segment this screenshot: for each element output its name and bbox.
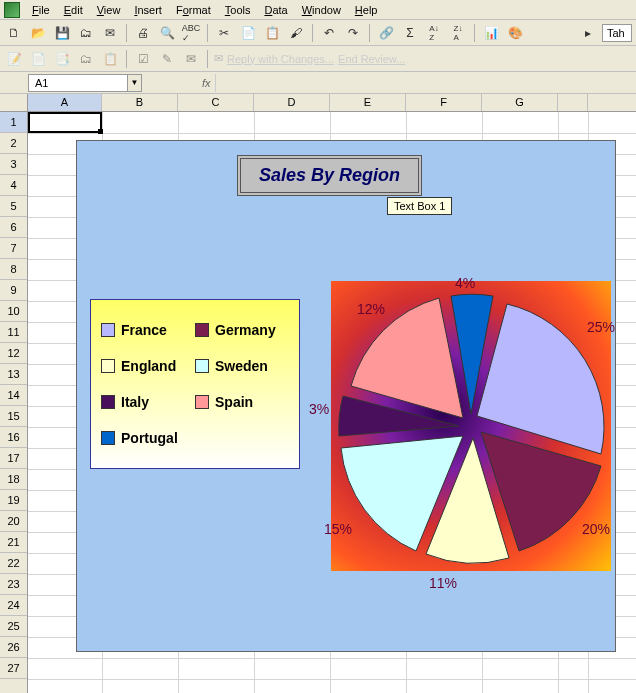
col-header-G[interactable]: G	[482, 94, 558, 111]
menu-edit[interactable]: Edit	[58, 2, 89, 18]
row-header-17[interactable]: 17	[0, 448, 27, 469]
menu-data[interactable]: Data	[258, 2, 293, 18]
col-header-A[interactable]: A	[28, 94, 102, 111]
pct-italy: 3%	[309, 401, 329, 417]
review-btn-6[interactable]: ☑	[133, 49, 153, 69]
row-header-20[interactable]: 20	[0, 511, 27, 532]
paste-icon[interactable]: 📋	[262, 23, 282, 43]
menu-format[interactable]: Format	[170, 2, 217, 18]
pct-germany: 20%	[582, 521, 610, 537]
row-header-10[interactable]: 10	[0, 301, 27, 322]
row-header-7[interactable]: 7	[0, 238, 27, 259]
col-header-C[interactable]: C	[178, 94, 254, 111]
row-header-3[interactable]: 3	[0, 154, 27, 175]
save-icon[interactable]: 💾	[52, 23, 72, 43]
open-icon[interactable]: 📂	[28, 23, 48, 43]
review-btn-8[interactable]: ✉	[181, 49, 201, 69]
pct-portugal: 4%	[455, 275, 475, 291]
review-btn-2[interactable]: 📄	[28, 49, 48, 69]
menu-tools[interactable]: Tools	[219, 2, 257, 18]
row-header-15[interactable]: 15	[0, 406, 27, 427]
row-header-18[interactable]: 18	[0, 469, 27, 490]
menu-insert[interactable]: Insert	[128, 2, 168, 18]
row-header-27[interactable]: 27	[0, 658, 27, 679]
row-header-26[interactable]: 26	[0, 637, 27, 658]
review-btn-3[interactable]: 📑	[52, 49, 72, 69]
select-all-corner[interactable]	[0, 94, 28, 111]
row-header-6[interactable]: 6	[0, 217, 27, 238]
copy-icon[interactable]: 📄	[238, 23, 258, 43]
legend-item-portugal[interactable]: Portugal	[101, 420, 195, 456]
legend-item-germany[interactable]: Germany	[195, 312, 289, 348]
legend-item-france[interactable]: France	[101, 312, 195, 348]
redo-icon[interactable]: ↷	[343, 23, 363, 43]
legend-swatch	[101, 431, 115, 445]
standard-toolbar: 🗋 📂 💾 🗂 ✉ 🖨 🔍 ABC✓ ✂ 📄 📋 🖌 ↶ ↷ 🔗 Σ A↓Z Z…	[0, 20, 636, 46]
col-header-B[interactable]: B	[102, 94, 178, 111]
active-cell[interactable]	[28, 112, 102, 133]
reply-changes-link[interactable]: Reply with Changes...	[227, 53, 334, 65]
new-icon[interactable]: 🗋	[4, 23, 24, 43]
mail-icon[interactable]: ✉	[100, 23, 120, 43]
autosum-icon[interactable]: Σ	[400, 23, 420, 43]
cut-icon[interactable]: ✂	[214, 23, 234, 43]
end-review-link[interactable]: End Review...	[338, 53, 405, 65]
row-header-12[interactable]: 12	[0, 343, 27, 364]
menu-window[interactable]: Window	[296, 2, 347, 18]
chart-legend[interactable]: FranceGermanyEnglandSwedenItalySpainPort…	[90, 299, 300, 469]
toolbar-options-icon[interactable]: ▸	[578, 23, 598, 43]
col-header-D[interactable]: D	[254, 94, 330, 111]
legend-item-sweden[interactable]: Sweden	[195, 348, 289, 384]
hyperlink-icon[interactable]: 🔗	[376, 23, 396, 43]
review-btn-1[interactable]: 📝	[4, 49, 24, 69]
legend-item-spain[interactable]: Spain	[195, 384, 289, 420]
col-header-partial[interactable]	[558, 94, 588, 111]
row-header-4[interactable]: 4	[0, 175, 27, 196]
format-painter-icon[interactable]: 🖌	[286, 23, 306, 43]
legend-item-italy[interactable]: Italy	[101, 384, 195, 420]
menu-help[interactable]: Help	[349, 2, 384, 18]
preview-icon[interactable]: 🔍	[157, 23, 177, 43]
cells-area[interactable]: Sales By Region Text Box 1 FranceGermany…	[28, 112, 636, 693]
row-header-22[interactable]: 22	[0, 553, 27, 574]
menu-view[interactable]: View	[91, 2, 127, 18]
row-header-24[interactable]: 24	[0, 595, 27, 616]
col-header-E[interactable]: E	[330, 94, 406, 111]
chart-wizard-icon[interactable]: 📊	[481, 23, 501, 43]
formula-bar[interactable]	[215, 74, 636, 92]
embedded-chart[interactable]: Sales By Region Text Box 1 FranceGermany…	[76, 140, 616, 652]
excel-icon	[4, 2, 20, 18]
review-btn-4[interactable]: 🗂	[76, 49, 96, 69]
chart-title[interactable]: Sales By Region	[237, 155, 422, 196]
row-header-9[interactable]: 9	[0, 280, 27, 301]
namebox-dropdown-icon[interactable]: ▼	[128, 74, 142, 92]
fx-label[interactable]: fx	[202, 77, 211, 89]
menu-file[interactable]: File	[26, 2, 56, 18]
undo-icon[interactable]: ↶	[319, 23, 339, 43]
legend-item-england[interactable]: England	[101, 348, 195, 384]
row-header-1[interactable]: 1	[0, 112, 27, 133]
row-header-21[interactable]: 21	[0, 532, 27, 553]
row-header-25[interactable]: 25	[0, 616, 27, 637]
permission-icon[interactable]: 🗂	[76, 23, 96, 43]
font-selector[interactable]: Tah	[602, 24, 632, 42]
review-btn-7[interactable]: ✎	[157, 49, 177, 69]
row-header-14[interactable]: 14	[0, 385, 27, 406]
row-header-13[interactable]: 13	[0, 364, 27, 385]
sort-desc-icon[interactable]: Z↓A	[448, 23, 468, 43]
row-header-2[interactable]: 2	[0, 133, 27, 154]
text-box-1[interactable]: Text Box 1	[387, 197, 452, 215]
col-header-F[interactable]: F	[406, 94, 482, 111]
row-header-5[interactable]: 5	[0, 196, 27, 217]
row-header-23[interactable]: 23	[0, 574, 27, 595]
drawing-icon[interactable]: 🎨	[505, 23, 525, 43]
row-header-19[interactable]: 19	[0, 490, 27, 511]
name-box[interactable]: A1	[28, 74, 128, 92]
print-icon[interactable]: 🖨	[133, 23, 153, 43]
row-header-8[interactable]: 8	[0, 259, 27, 280]
sort-asc-icon[interactable]: A↓Z	[424, 23, 444, 43]
row-header-16[interactable]: 16	[0, 427, 27, 448]
spellcheck-icon[interactable]: ABC✓	[181, 23, 201, 43]
row-header-11[interactable]: 11	[0, 322, 27, 343]
review-btn-5[interactable]: 📋	[100, 49, 120, 69]
